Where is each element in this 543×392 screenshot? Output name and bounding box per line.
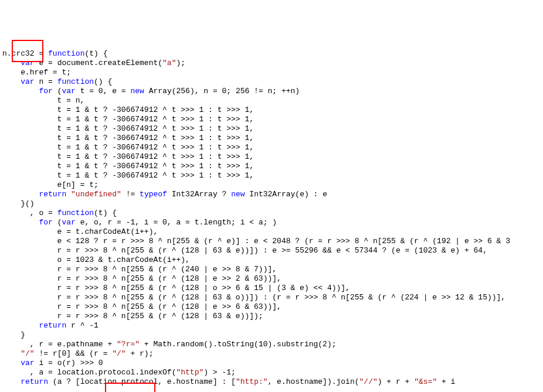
code-line: e[n] = t;	[2, 180, 99, 189]
code-block: n.crc32 = function(t) { var e = document…	[2, 40, 541, 392]
code-line: n.crc32 = function(t) {	[2, 49, 107, 58]
code-line: return (a ? [location.protocol, e.hostna…	[2, 377, 455, 386]
code-line: t = 1 & t ? -306674912 ^ t >>> 1 : t >>>…	[2, 162, 254, 171]
code-line: return r ^ -1	[2, 321, 99, 330]
code-line: }	[2, 330, 25, 339]
code-line: t = 1 & t ? -306674912 ^ t >>> 1 : t >>>…	[2, 143, 254, 152]
code-line: }()	[2, 199, 35, 208]
code-line: for (var t = 0, e = new Array(256), n = …	[2, 87, 300, 96]
code-line: t = 1 & t ? -306674912 ^ t >>> 1 : t >>>…	[2, 115, 254, 124]
code-line: , r = e.pathname + "?r=" + Math.random()…	[2, 340, 337, 349]
code-line: r = r >>> 8 ^ n[255 & (r ^ (128 | e >> 6…	[2, 302, 281, 311]
code-line: "/" != r[0] && (r = "/" + r);	[2, 349, 153, 358]
code-line: e.href = t;	[2, 68, 71, 77]
code-line: var e = document.createElement("a");	[2, 59, 185, 67]
code-line: r = r >>> 8 ^ n[255 & (r ^ (240 | e >> 8…	[2, 265, 277, 274]
code-line: t = 1 & t ? -306674912 ^ t >>> 1 : t >>>…	[2, 152, 254, 161]
code-line: r = r >>> 8 ^ n[255 & (r ^ (128 | o >> 6…	[2, 284, 350, 292]
code-line: t = 1 & t ? -306674912 ^ t >>> 1 : t >>>…	[2, 134, 254, 142]
code-line: t = 1 & t ? -306674912 ^ t >>> 1 : t >>>…	[2, 124, 254, 133]
code-line: e < 128 ? r = r >>> 8 ^ n[255 & (r ^ e)]…	[2, 237, 510, 246]
code-line: r = r >>> 8 ^ n[255 & (r ^ (128 | 63 & e…	[2, 246, 487, 255]
code-line: for (var e, o, r = -1, i = 0, a = t.leng…	[2, 218, 277, 227]
code-line: t = 1 & t ? -306674912 ^ t >>> 1 : t >>>…	[2, 171, 254, 180]
code-line: ,	[2, 387, 7, 392]
code-line: r = r >>> 8 ^ n[255 & (r ^ (128 | 63 & e…	[2, 312, 263, 321]
code-line: , a = location.protocol.indexOf("http") …	[2, 368, 236, 377]
code-line: r = r >>> 8 ^ n[255 & (r ^ (128 | e >> 2…	[2, 274, 281, 283]
code-line: return "undefined" != typeof Int32Array …	[2, 190, 327, 199]
code-line: var n = function() {	[2, 77, 112, 86]
code-line: t = 1 & t ? -306674912 ^ t >>> 1 : t >>>…	[2, 105, 254, 114]
code-line: r = r >>> 8 ^ n[255 & (r ^ (128 | 63 & o…	[2, 293, 505, 302]
code-line: o = 1023 & t.charCodeAt(i++),	[2, 255, 190, 264]
code-line: t = n,	[2, 96, 84, 105]
code-line: e = t.charCodeAt(i++),	[2, 227, 158, 236]
code-line: var i = o(r) >>> 0	[2, 359, 103, 367]
code-line: , o = function(t) {	[2, 209, 117, 217]
